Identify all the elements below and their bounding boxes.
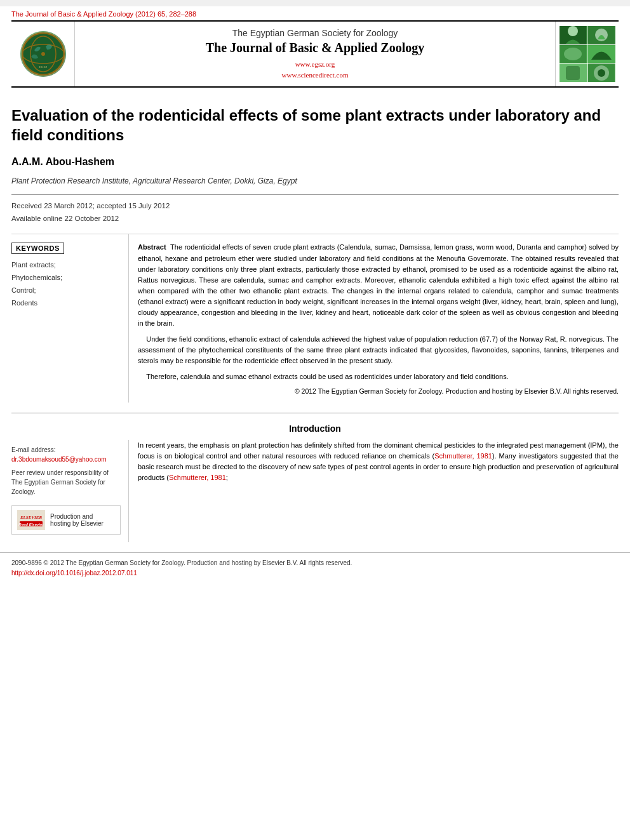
abstract-text-1: The rodenticidal effects of seven crude … [138, 243, 619, 326]
elsevier-logo: ELSEVIER Reed Elsevier [17, 510, 45, 530]
logo-left: EGSZ [11, 22, 75, 86]
abstract-paragraph-3: Therefore, calendula and sumac ethanol e… [138, 371, 619, 382]
article-title: Evaluation of the rodenticidal effects o… [11, 105, 619, 145]
introduction-paragraph-1: In recent years, the emphasis on plant p… [138, 440, 619, 483]
keywords-column: KEYWORDS Plant extracts; Phytochemicals;… [11, 234, 129, 403]
abstract-label: Abstract [138, 243, 166, 251]
header-urls: www.egsz.org www.sciencedirect.com [282, 59, 349, 80]
ref-schmutterer-1981b-link[interactable]: Schmutterer, 1981 [169, 474, 226, 481]
article-author: A.A.M. Abou-Hashem [11, 156, 619, 168]
society-name: The Egyptian German Society for Zoology [232, 28, 398, 38]
doi-link[interactable]: http://dx.doi.org/10.1016/j.jobaz.2012.0… [11, 570, 137, 577]
svg-text:Reed Elsevier: Reed Elsevier [18, 523, 44, 526]
journal-citation-link[interactable]: The Journal of Basic & Applied Zoology (… [0, 6, 630, 20]
bottom-two-col: E-mail address: dr.3bdoumaksoud55@yahoo.… [11, 440, 619, 542]
elsevier-box: ELSEVIER Reed Elsevier Production and ho… [11, 505, 121, 535]
page: The Journal of Basic & Applied Zoology (… [0, 6, 630, 840]
keywords-abstract-section: KEYWORDS Plant extracts; Phytochemicals;… [11, 234, 619, 403]
keyword-1: Plant extracts; [11, 259, 119, 272]
article-dates: Received 23 March 2012; accepted 15 July… [11, 194, 619, 225]
abstract-paragraph-1: Abstract The rodenticidal effects of sev… [138, 242, 619, 328]
email-label: E-mail address: [11, 446, 55, 453]
logo-cell-2 [587, 26, 615, 44]
article-affiliation: Plant Protection Research Institute, Agr… [11, 177, 619, 185]
logo-cell-4 [587, 45, 615, 63]
available-date: Available online 22 October 2012 [11, 213, 619, 225]
logo-cell-3 [560, 45, 587, 63]
logo-cell-1 [560, 26, 587, 44]
svg-point-3 [41, 52, 45, 56]
keyword-4: Rodents [11, 297, 119, 310]
peer-review-text: Peer review under responsibility of The … [11, 468, 121, 497]
right-logo-grid [560, 26, 615, 82]
footer-issn: 2090-9896 © 2012 The Egyptian German Soc… [11, 558, 619, 568]
svg-point-6 [568, 26, 578, 36]
ref-schmutterer-1981-link[interactable]: Schmutterer, 1981 [434, 452, 492, 460]
logo-cell-6 [587, 63, 615, 82]
keyword-3: Control; [11, 284, 119, 297]
society-logo: EGSZ [20, 31, 66, 77]
svg-rect-13 [566, 66, 580, 80]
svg-point-1 [30, 36, 56, 72]
url2-link[interactable]: www.sciencedirect.com [282, 70, 349, 81]
svg-point-0 [22, 33, 64, 75]
header-center: The Egyptian German Society for Zoology … [75, 22, 555, 86]
email-link[interactable]: dr.3bdoumaksoud55@yahoo.com [11, 456, 107, 463]
journal-header: EGSZ The Egyptian German Society for Zoo… [11, 20, 619, 88]
svg-point-2 [22, 44, 64, 63]
article-content: Evaluation of the rodenticidal effects o… [0, 105, 630, 542]
introduction-heading: Introduction [11, 423, 619, 434]
svg-text:EGSZ: EGSZ [39, 65, 47, 69]
copyright: © 2012 The Egyptian German Society for Z… [138, 387, 619, 395]
elsevier-tagline: Production and hosting by Elsevier [50, 513, 115, 527]
received-date: Received 23 March 2012; accepted 15 July… [11, 200, 619, 213]
journal-name: The Journal of Basic & Applied Zoology [206, 41, 425, 55]
introduction-section: Introduction E-mail address: dr.3bdoumak… [11, 423, 619, 542]
svg-text:ELSEVIER: ELSEVIER [20, 515, 43, 520]
page-footer: 2090-9896 © 2012 The Egyptian German Soc… [0, 552, 630, 582]
svg-rect-17 [17, 510, 45, 530]
logo-right [555, 22, 619, 86]
logo-cell-5 [560, 63, 587, 82]
keyword-2: Phytochemicals; [11, 272, 119, 284]
svg-point-10 [564, 48, 582, 60]
svg-point-16 [598, 69, 605, 77]
abstract-paragraph-2: Under the field conditions, ethanolic ex… [138, 334, 619, 366]
url1-link[interactable]: www.egsz.org [282, 59, 349, 70]
footer-doi: http://dx.doi.org/10.1016/j.jobaz.2012.0… [11, 568, 619, 578]
keywords-list: Plant extracts; Phytochemicals; Control;… [11, 259, 119, 309]
email-info: E-mail address: dr.3bdoumaksoud55@yahoo.… [11, 445, 121, 464]
bottom-left-column: E-mail address: dr.3bdoumaksoud55@yahoo.… [11, 440, 129, 542]
section-divider [11, 413, 619, 413]
abstract-column: Abstract The rodenticidal effects of sev… [129, 234, 619, 403]
bottom-right-column: In recent years, the emphasis on plant p… [129, 440, 619, 542]
keywords-heading: KEYWORDS [11, 243, 64, 254]
